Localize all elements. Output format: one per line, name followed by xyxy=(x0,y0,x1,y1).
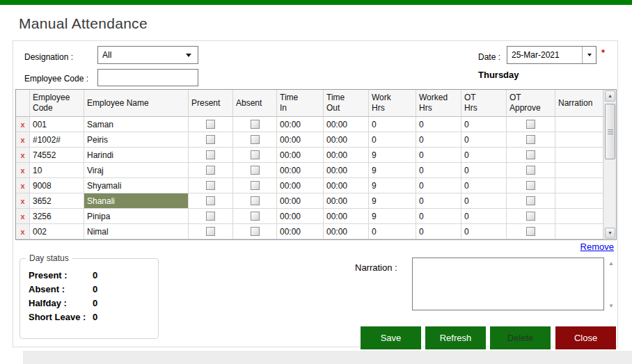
scrollbar-thumb[interactable] xyxy=(605,104,615,159)
absent-cell[interactable] xyxy=(233,163,277,178)
absent-cell[interactable] xyxy=(233,178,277,193)
column-header[interactable]: Worked Hrs xyxy=(416,90,461,117)
present-cell[interactable] xyxy=(189,193,233,209)
ot-approve-cell[interactable] xyxy=(507,117,555,132)
absent-cell[interactable] xyxy=(233,193,277,209)
remove-link[interactable]: Remove xyxy=(580,242,614,252)
ot-approve-cell[interactable] xyxy=(507,193,555,209)
time-in-cell[interactable]: 00:00 xyxy=(277,132,324,148)
narration-scrollbar[interactable]: ▲ ▼ xyxy=(606,259,617,310)
delete-row-button[interactable]: x xyxy=(16,193,30,209)
delete-row-button[interactable]: x xyxy=(16,117,30,132)
absent-checkbox[interactable] xyxy=(251,166,260,175)
scroll-up-icon[interactable]: ▲ xyxy=(608,260,614,267)
ot-approve-cell[interactable] xyxy=(507,178,555,193)
delete-row-button[interactable]: x xyxy=(16,224,30,239)
ot-approve-cell[interactable] xyxy=(507,163,555,178)
time-in-cell[interactable]: 00:00 xyxy=(277,224,324,239)
worked-hrs-cell[interactable]: 0 xyxy=(416,209,461,224)
absent-cell[interactable] xyxy=(233,132,277,148)
time-out-cell[interactable]: 00:00 xyxy=(324,209,369,224)
delete-row-button[interactable]: x xyxy=(16,178,30,193)
present-cell[interactable] xyxy=(189,132,233,148)
designation-dropdown[interactable]: All xyxy=(97,46,198,64)
employee-name-cell[interactable]: Nimal xyxy=(84,224,189,239)
present-checkbox[interactable] xyxy=(206,120,215,129)
present-cell[interactable] xyxy=(189,117,233,132)
absent-checkbox[interactable] xyxy=(251,181,260,190)
present-cell[interactable] xyxy=(189,209,233,224)
employee-code-cell[interactable]: 10 xyxy=(30,163,84,178)
narration-cell[interactable] xyxy=(555,132,603,148)
narration-cell[interactable] xyxy=(555,117,603,132)
narration-cell[interactable] xyxy=(555,163,603,178)
scroll-down-icon[interactable]: ▼ xyxy=(608,303,614,309)
time-out-cell[interactable]: 00:00 xyxy=(324,193,369,209)
present-checkbox[interactable] xyxy=(206,227,215,236)
time-in-cell[interactable]: 00:00 xyxy=(277,193,324,209)
ot-approve-checkbox[interactable] xyxy=(526,135,535,144)
time-in-cell[interactable]: 00:00 xyxy=(277,209,324,224)
absent-cell[interactable] xyxy=(233,224,277,239)
employee-code-cell[interactable]: 3652 xyxy=(30,193,84,209)
ot-hrs-cell[interactable]: 0 xyxy=(461,163,507,178)
time-in-cell[interactable]: 00:00 xyxy=(277,163,324,178)
time-in-cell[interactable]: 00:00 xyxy=(277,148,324,163)
ot-approve-checkbox[interactable] xyxy=(526,181,535,190)
narration-cell[interactable] xyxy=(555,148,603,163)
absent-cell[interactable] xyxy=(233,209,277,224)
employee-name-cell[interactable]: Shyamali xyxy=(84,178,189,193)
column-header[interactable] xyxy=(16,90,30,117)
absent-checkbox[interactable] xyxy=(251,227,260,236)
narration-cell[interactable] xyxy=(555,178,603,193)
column-header[interactable]: Employee Code xyxy=(30,90,84,117)
work-hrs-cell[interactable]: 9 xyxy=(369,163,416,178)
column-header[interactable]: Absent xyxy=(233,90,277,117)
present-cell[interactable] xyxy=(189,163,233,178)
present-checkbox[interactable] xyxy=(206,166,215,175)
ot-approve-checkbox[interactable] xyxy=(526,120,535,129)
absent-checkbox[interactable] xyxy=(251,212,260,221)
time-out-cell[interactable]: 00:00 xyxy=(324,224,369,239)
employee-code-cell[interactable]: 001 xyxy=(30,117,84,132)
delete-row-button[interactable]: x xyxy=(16,132,30,148)
worked-hrs-cell[interactable]: 0 xyxy=(416,148,461,163)
present-checkbox[interactable] xyxy=(206,135,215,144)
narration-cell[interactable] xyxy=(555,193,603,209)
time-out-cell[interactable]: 00:00 xyxy=(324,178,369,193)
work-hrs-cell[interactable]: 9 xyxy=(369,193,416,209)
ot-hrs-cell[interactable]: 0 xyxy=(461,209,507,224)
employee-code-cell[interactable]: #1002# xyxy=(30,132,84,148)
absent-cell[interactable] xyxy=(233,117,277,132)
time-out-cell[interactable]: 00:00 xyxy=(324,117,369,132)
ot-hrs-cell[interactable]: 0 xyxy=(461,132,507,148)
worked-hrs-cell[interactable]: 0 xyxy=(416,163,461,178)
time-in-cell[interactable]: 00:00 xyxy=(277,117,324,132)
close-button[interactable]: Close xyxy=(555,326,616,349)
column-header[interactable]: Employee Name xyxy=(84,90,189,117)
work-hrs-cell[interactable]: 9 xyxy=(369,178,416,193)
ot-hrs-cell[interactable]: 0 xyxy=(461,117,507,132)
work-hrs-cell[interactable]: 9 xyxy=(369,148,416,163)
worked-hrs-cell[interactable]: 0 xyxy=(416,132,461,148)
ot-approve-checkbox[interactable] xyxy=(526,196,535,205)
present-cell[interactable] xyxy=(189,224,233,239)
time-out-cell[interactable]: 00:00 xyxy=(324,148,369,163)
employee-code-cell[interactable]: 3256 xyxy=(30,209,84,224)
absent-checkbox[interactable] xyxy=(251,150,260,159)
work-hrs-cell[interactable]: 0 xyxy=(369,117,416,132)
work-hrs-cell[interactable]: 0 xyxy=(369,224,416,239)
column-header[interactable]: Time In xyxy=(277,90,324,117)
delete-row-button[interactable]: x xyxy=(16,148,30,163)
present-checkbox[interactable] xyxy=(206,212,215,221)
employee-code-cell[interactable]: 9008 xyxy=(30,178,84,193)
narration-textarea[interactable] xyxy=(412,258,604,310)
absent-checkbox[interactable] xyxy=(251,135,260,144)
scroll-up-icon[interactable]: ▲ xyxy=(605,90,615,102)
time-out-cell[interactable]: 00:00 xyxy=(324,132,369,148)
present-cell[interactable] xyxy=(189,148,233,163)
absent-checkbox[interactable] xyxy=(251,120,260,129)
ot-hrs-cell[interactable]: 0 xyxy=(461,224,507,239)
employee-code-cell[interactable]: 74552 xyxy=(30,148,84,163)
ot-approve-cell[interactable] xyxy=(507,209,555,224)
